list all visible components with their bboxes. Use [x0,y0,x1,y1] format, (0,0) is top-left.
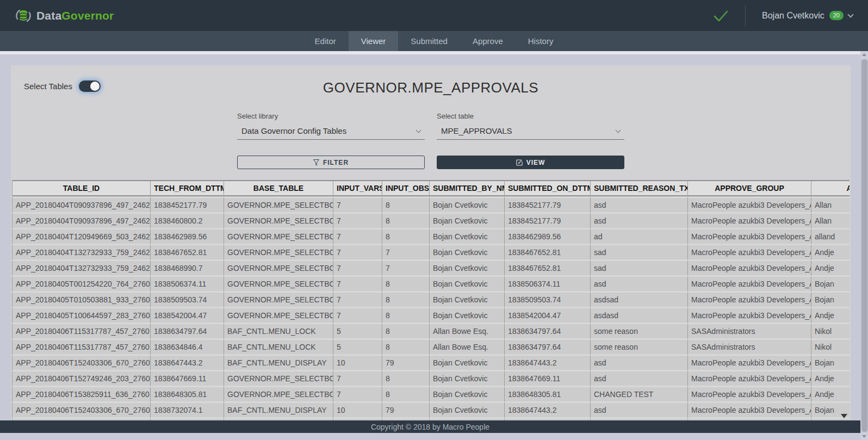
table-cell: 1838648305.81 [505,387,591,403]
table-header-row: TABLE_IDTECH_FROM_DTTMBASE_TABLEINPUT_VA… [12,180,850,196]
table-cell: APP_20180406T152749246_203_2760 [12,371,151,387]
table-cell: Bojan [811,293,850,308]
main-area: Select Tables GOVERNOR.MPE_APPROVALS Sel… [0,51,860,440]
column-header-tech_from_dttm[interactable]: TECH_FROM_DTTM [151,180,224,196]
scroll-up-icon[interactable] [860,51,868,59]
column-header-input_vars[interactable]: INPUT_VARS [333,180,382,196]
table-cell: BAF_CNTL.MENU_LOCK [224,324,333,340]
table-cell: 1838452177.79 [151,196,224,214]
tab-viewer[interactable]: Viewer [349,31,399,51]
table-cell: APP_20180406T115317787_457_2760 [12,340,151,356]
checkmark-icon [711,8,730,24]
table-cell: APP_20180406T153825911_636_2760 [12,387,151,403]
table-cell: APP_20180404T090937896_497_2462 [12,214,151,230]
table-cell: 1838634797.64 [505,340,591,356]
viewer-card: Select Tables GOVERNOR.MPE_APPROVALS Sel… [11,65,851,432]
table-select[interactable]: MPE_APPROVALS [437,125,624,140]
table-cell: APP_20180405T010503881_933_2760 [12,293,151,308]
table-cell: 7 [333,371,382,387]
table-cell: 8 [382,387,430,403]
tab-editor[interactable]: Editor [302,31,349,51]
library-select-value: Data Governor Config Tables [241,126,346,135]
table-row[interactable]: APP_20180405T010503881_933_2760183850950… [12,293,850,308]
column-header-a[interactable]: A [811,180,850,196]
table-cell: 1838452177.79 [505,214,591,230]
chevron-down-icon [847,11,853,17]
table-cell: 7 [382,245,430,261]
table-row[interactable]: APP_20180404T120949669_503_2462183846298… [12,230,850,245]
table-cell: asdasd [591,308,688,324]
table-row[interactable]: APP_20180406T115317787_457_2760183863484… [12,340,850,356]
page-scrollbar[interactable] [860,51,868,440]
filter-button-label: FILTER [323,159,349,166]
table-cell: Bojan Cvetkovic [430,277,505,293]
table-cell: 1838509503.74 [505,293,591,308]
app-logo[interactable]: DataGovernor [15,8,114,24]
table-cell: asd [591,196,688,214]
table-cell: 1838648305.81 [151,387,224,403]
table-row[interactable]: APP_20180404T090937896_497_2462183845217… [12,196,850,214]
table-cell: 8 [382,371,430,387]
table-cell: asd [591,403,688,419]
view-button[interactable]: VIEW [437,156,624,169]
table-cell: 7 [333,261,382,277]
table-cell: 7 [333,214,382,230]
table-cell: APP_20180405T100644597_283_2760 [12,308,151,324]
table-cell: APP_20180404T090937896_497_2462 [12,196,151,214]
table-cell: APP_20180404T132732933_759_2462 [12,245,151,261]
table-cell: Bojan Cvetkovic [430,214,505,230]
scrollbar-thumb[interactable] [861,59,867,432]
table-cell: ad [591,230,688,245]
table-row[interactable]: APP_20180404T132732933_759_2462183846899… [12,261,850,277]
table-row[interactable]: APP_20180406T152403306_670_2760183864744… [12,356,850,371]
tab-submitted[interactable]: Submitted [398,31,460,51]
navbar-divider [745,5,746,27]
table-row[interactable]: APP_20180406T152749246_203_2760183864766… [12,371,850,387]
table-cell: 1838462989.56 [505,230,591,245]
table-row[interactable]: APP_20180404T132732933_759_2462183846765… [12,245,850,261]
table-cell: 1838647669.11 [151,371,224,387]
table-cell: 1838634797.64 [505,324,591,340]
user-menu[interactable]: Bojan Cvetkovic 20 [762,11,853,21]
table-row[interactable]: APP_20180406T152403306_670_2760183873207… [12,403,850,419]
column-header-base_table[interactable]: BASE_TABLE [224,180,333,196]
table-cell: Allan Bowe Esq. [430,340,505,356]
table-cell: asd [591,214,688,230]
table-cell: 5 [333,324,382,340]
table-cell: MacroPeople azukbi3 Developers_A [688,387,811,403]
table-cell: 8 [382,340,430,356]
tab-approve[interactable]: Approve [460,31,516,51]
approvals-table: TABLE_IDTECH_FROM_DTTMBASE_TABLEINPUT_VA… [12,180,850,432]
table-row[interactable]: APP_20180406T115317787_457_2760183863479… [12,324,850,340]
column-header-submitted_on_dttm[interactable]: SUBMITTED_ON_DTTM [505,180,591,196]
column-header-approve_group[interactable]: APPROVE_GROUP [688,180,811,196]
table-row[interactable]: APP_20180405T100644597_283_2760183854200… [12,308,850,324]
table-cell: BAF_CNTL.MENU_DISPLAY [224,403,333,419]
table-cell: 7 [333,387,382,403]
table-row[interactable]: APP_20180404T090937896_497_2462183846080… [12,214,850,230]
tab-history[interactable]: History [516,31,566,51]
column-header-input_obs[interactable]: INPUT_OBS [382,180,430,196]
table-cell: APP_20180404T120949669_503_2462 [12,230,151,245]
column-header-submitted_reason_txt[interactable]: SUBMITTED_REASON_TXT [591,180,688,196]
table-cell: 1838452177.79 [505,196,591,214]
table-cell: 7 [333,245,382,261]
table-cell: GOVERNOR.MPE_SELECTBOX [224,230,333,245]
table-cell: SASAdministrators [688,340,811,356]
library-select[interactable]: Data Governor Config Tables [237,125,425,140]
table-cell: asd [591,356,688,371]
filter-button[interactable]: FILTER [237,156,425,169]
column-header-table_id[interactable]: TABLE_ID [12,180,151,196]
user-name: Bojan Cvetkovic [762,11,824,21]
table-cell: MacroPeople azukbi3 Developers_A [688,371,811,387]
table-cell: SASAdministrators [688,324,811,340]
table-row[interactable]: APP_20180406T153825911_636_2760183864830… [12,387,850,403]
table-cell: Bojan Cvetkovic [430,196,505,214]
grid-scroll-down-icon[interactable] [841,414,847,418]
table-cell: GOVERNOR.MPE_SELECTBOX [224,387,333,403]
column-header-submitted_by_nm[interactable]: SUBMITTED_BY_NM [430,180,505,196]
table-row[interactable]: APP_20180405T001254220_764_2760183850637… [12,277,850,293]
scroll-down-icon[interactable] [860,432,868,440]
table-cell: 1838467652.81 [505,261,591,277]
table-cell: 1838542004.47 [151,308,224,324]
